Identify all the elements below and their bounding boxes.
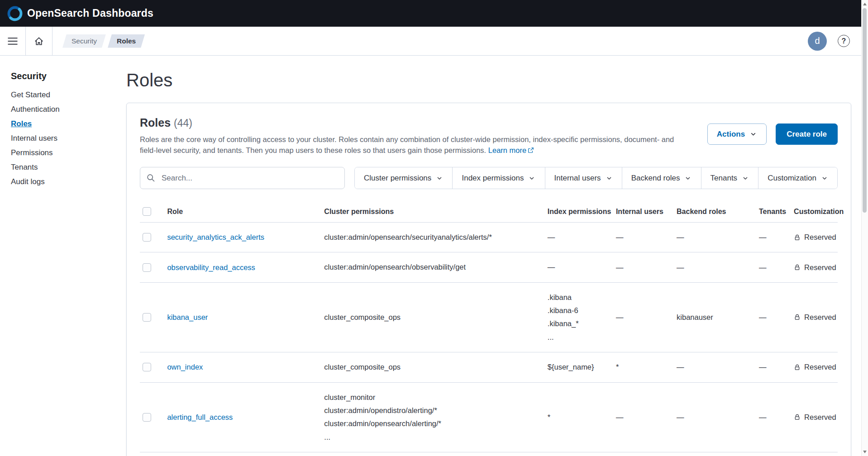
chevron-down-icon	[821, 175, 828, 182]
chevron-down-icon	[436, 175, 443, 182]
search-box	[140, 167, 345, 189]
learn-more-link[interactable]: Learn more	[488, 146, 534, 154]
panel-actions: Actions Create role	[707, 124, 838, 145]
filter-label: Backend roles	[631, 174, 680, 183]
cell-cluster-permissions: cluster:admin/opensearch/securityanalyti…	[320, 223, 544, 252]
reserved-label: Reserved	[804, 313, 836, 322]
row-checkbox[interactable]	[143, 313, 151, 322]
scrollbar-up-arrow[interactable]	[863, 3, 867, 5]
chevron-down-icon	[684, 175, 692, 182]
sidebar-item-tenants[interactable]: Tenants	[11, 163, 122, 172]
cell-index-permissions: *	[544, 382, 612, 452]
sidebar-item-permissions[interactable]: Permissions	[11, 148, 122, 157]
app-header: OpenSearch Dashboards	[0, 0, 868, 27]
sidebar-item-get-started[interactable]: Get Started	[11, 90, 122, 100]
reserved-badge: Reserved	[794, 263, 834, 272]
breadcrumb-roles[interactable]: Roles	[108, 34, 145, 48]
reserved-badge: Reserved	[794, 233, 834, 242]
sidebar-item-authentication[interactable]: Authentication	[11, 105, 122, 114]
panel-header: Roles (44) Roles are the core way of con…	[140, 116, 838, 156]
panel-description-text: Roles are the core way of controlling ac…	[140, 135, 674, 154]
table-row: alerting_full_access cluster_monitor clu…	[140, 382, 838, 452]
breadcrumb-security[interactable]: Security	[62, 34, 106, 48]
role-link[interactable]: alerting_full_access	[167, 413, 233, 421]
search-input[interactable]	[140, 167, 345, 189]
cell-internal-users	[612, 452, 673, 456]
cell-cluster-permissions: cluster:admin/opensearch/observability/g…	[320, 252, 544, 282]
cell-backend-roles: —	[673, 223, 755, 252]
table-row: own_index cluster_composite_ops ${user_n…	[140, 352, 838, 382]
sidebar-item-internal-users[interactable]: Internal users	[11, 134, 122, 143]
opensearch-logo-icon	[7, 6, 23, 21]
table-row: observability_read_access cluster:admin/…	[140, 252, 838, 282]
role-link[interactable]: observability_read_access	[167, 263, 255, 271]
cell-backend-roles: —	[673, 252, 755, 282]
filter-index-permissions[interactable]: Index permissions	[452, 167, 544, 189]
chevron-down-icon	[606, 175, 613, 182]
row-checkbox[interactable]	[143, 363, 151, 371]
row-checkbox[interactable]	[143, 233, 151, 242]
row-checkbox[interactable]	[143, 413, 151, 422]
toolbar-right: d ?	[808, 32, 868, 51]
filter-internal-users[interactable]: Internal users	[545, 167, 622, 189]
cell-index-permissions: .kibana .kibana-6 .kibana_* ...	[544, 282, 612, 352]
actions-button[interactable]: Actions	[707, 124, 767, 145]
filter-tenants[interactable]: Tenants	[701, 167, 758, 189]
filter-label: Cluster permissions	[364, 174, 431, 183]
scrollbar-down-arrow[interactable]	[863, 451, 867, 453]
cell-backend-roles	[673, 452, 755, 456]
create-role-button[interactable]: Create role	[776, 124, 838, 145]
select-all-checkbox[interactable]	[143, 207, 151, 216]
column-header-internal-users: Internal users	[612, 201, 673, 223]
cell-cluster-permissions: cluster:admin/opensearch/snapshot_manage…	[320, 452, 544, 456]
chevron-down-icon	[528, 175, 535, 182]
row-checkbox[interactable]	[143, 263, 151, 272]
column-header-role: Role	[163, 201, 320, 223]
avatar[interactable]: d	[808, 32, 827, 51]
filter-customization[interactable]: Customization	[758, 167, 837, 189]
reserved-badge: Reserved	[794, 413, 834, 422]
cell-backend-roles: —	[673, 382, 755, 452]
column-header-backend-roles: Backend roles	[673, 201, 755, 223]
menu-button[interactable]	[0, 27, 25, 55]
roles-table: Role Cluster permissions Index permissio…	[140, 201, 838, 456]
scrollbar-thumb[interactable]	[863, 8, 867, 213]
filter-label: Internal users	[554, 174, 601, 183]
lock-icon	[794, 413, 801, 421]
filter-cluster-permissions[interactable]: Cluster permissions	[355, 167, 452, 189]
toolbar-separator	[52, 27, 52, 55]
role-link[interactable]: own_index	[167, 363, 203, 371]
cell-internal-users: —	[612, 282, 673, 352]
cell-backend-roles: —	[673, 352, 755, 382]
app-title: OpenSearch Dashboards	[27, 7, 153, 19]
opensearch-logo: OpenSearch Dashboards	[7, 6, 153, 21]
cell-backend-roles: kibanauser	[673, 282, 755, 352]
sidebar-item-audit-logs[interactable]: Audit logs	[11, 177, 122, 186]
table-header-row: Role Cluster permissions Index permissio…	[140, 201, 838, 223]
sidebar-item-roles[interactable]: Roles	[11, 119, 122, 128]
cell-tenants	[755, 452, 790, 456]
roles-count: (44)	[174, 117, 192, 129]
panel-header-text: Roles (44) Roles are the core way of con…	[140, 116, 690, 156]
cell-tenants: —	[755, 282, 790, 352]
lock-icon	[794, 264, 801, 271]
cell-internal-users: —	[612, 223, 673, 252]
cell-cluster-permissions: cluster_composite_ops	[320, 352, 544, 382]
home-button[interactable]	[26, 27, 52, 55]
help-icon[interactable]: ?	[838, 35, 850, 47]
cell-internal-users: —	[612, 382, 673, 452]
chevron-down-icon	[749, 130, 757, 138]
cell-index-permissions: ${user_name}	[544, 352, 612, 382]
table-row: kibana_user cluster_composite_ops .kiban…	[140, 282, 838, 352]
column-header-cluster-permissions: Cluster permissions	[320, 201, 544, 223]
table-row: cluster:admin/opensearch/snapshot_manage…	[140, 452, 838, 456]
filter-backend-roles[interactable]: Backend roles	[622, 167, 701, 189]
role-link[interactable]: security_analytics_ack_alerts	[167, 233, 264, 241]
sidebar-title: Security	[11, 71, 122, 81]
role-link[interactable]: kibana_user	[167, 313, 208, 321]
panel-description: Roles are the core way of controlling ac…	[140, 134, 690, 156]
panel-title-text: Roles	[140, 116, 171, 129]
reserved-label: Reserved	[804, 263, 836, 272]
page-layout: Security Get Started Authentication Role…	[0, 56, 868, 456]
reserved-label: Reserved	[804, 413, 836, 422]
